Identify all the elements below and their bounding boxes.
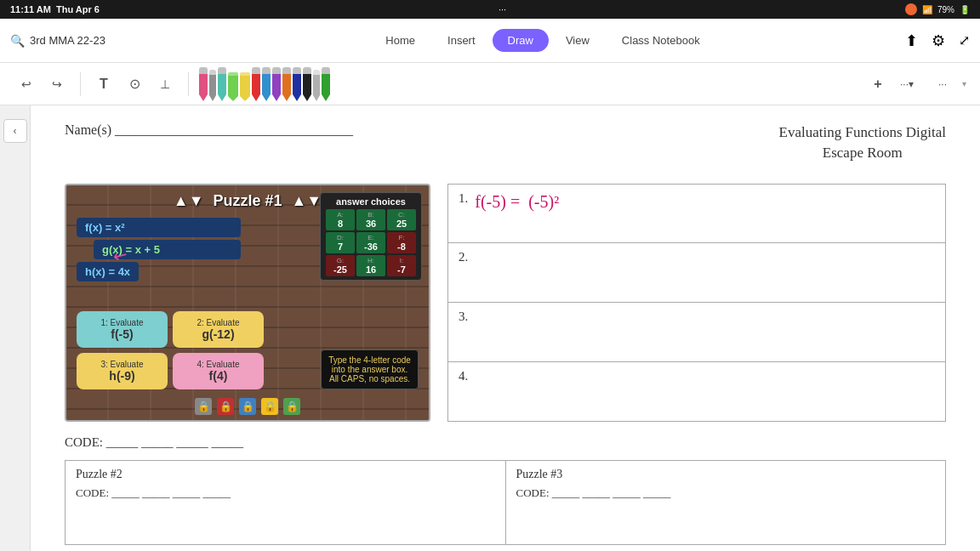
expand-icon[interactable]: ⤢ <box>959 32 970 48</box>
answer-cell-F: F:-8 <box>387 232 416 253</box>
nav-tabs: Home Insert Draw View Class Notebook <box>197 29 888 52</box>
code-instruction-box: Type the 4-letter code into the answer b… <box>321 349 419 389</box>
evaluate-buttons: 1: Evaluate f(-5) 2: Evaluate g(-12) 3: … <box>77 311 264 389</box>
puzzle-title: ▲▼ Puzzle #1 ▲▼ <box>174 192 322 210</box>
code-line: CODE: _____ _____ _____ _____ <box>65 435 946 450</box>
bottom-puzzles: Puzzle #2 CODE: _____ _____ _____ _____ … <box>65 460 946 545</box>
sidebar-toggle-area: ‹ <box>0 105 31 551</box>
puzzle-section: ▲▼ Puzzle #1 ▲▼ f(x) = x² g(x) = x + 5 h… <box>65 184 946 422</box>
nav-bar: 🔍 3rd MMA 22-23 Home Insert Draw View Cl… <box>0 19 980 63</box>
answer-cell-G: G:-25 <box>326 255 355 276</box>
lock-3: 🔒 <box>239 398 256 415</box>
doc-title: Evaluating Functions DigitalEscape Room <box>779 122 946 163</box>
toolbar: ↩ ↪ T ⊙ ⊥ <box>0 63 980 105</box>
pen-dark-blue[interactable] <box>293 67 301 101</box>
undo-button[interactable]: ↩ <box>14 71 39 97</box>
puzzle-3-code: CODE: _____ _____ _____ _____ <box>516 486 936 500</box>
hx-box: h(x) = 4x <box>77 262 139 281</box>
status-time: 11:11 AM Thu Apr 6 <box>10 4 100 14</box>
record-indicator <box>905 3 917 15</box>
answer-row-2: 2. <box>448 243 945 303</box>
battery-percentage: 79% <box>937 5 954 14</box>
pen-gray[interactable] <box>209 70 216 101</box>
answer-cell-B: B:36 <box>356 209 385 230</box>
search-area[interactable]: 🔍 3rd MMA 22-23 <box>10 34 180 48</box>
answer-panel-title: answer choices <box>326 196 416 207</box>
pen-orange[interactable] <box>282 67 291 101</box>
share-icon[interactable]: ⬆ <box>905 31 918 50</box>
undo-redo-group: ↩ ↪ <box>14 71 70 97</box>
puzzle-3-box: Puzzle #3 CODE: _____ _____ _____ _____ <box>506 461 946 544</box>
answer-choices-panel: answer choices A:8 B:36 C:25 D:7 E:-36 F… <box>320 192 422 281</box>
pen-yellow-highlight[interactable] <box>240 72 250 101</box>
eval-btn-4: 4: Evaluate f(4) <box>173 353 264 389</box>
answer-cell-E: E:-36 <box>356 232 385 253</box>
pen-pink[interactable] <box>199 67 208 101</box>
answer-row-1: 1. f(-5) = (-5)² <box>448 185 945 244</box>
tab-view[interactable]: View <box>550 29 605 52</box>
overflow-button[interactable]: ··· <box>930 71 955 97</box>
text-tools-group: T ⊙ ⊥ <box>91 71 178 97</box>
status-right: 📶 79% 🔋 <box>905 3 970 15</box>
pen-green[interactable] <box>322 67 330 101</box>
content-area: ‹ Name(s) ______________________________… <box>0 105 980 551</box>
puzzle-image: ▲▼ Puzzle #1 ▲▼ f(x) = x² g(x) = x + 5 h… <box>65 184 430 422</box>
text-tool-button[interactable]: T <box>91 71 117 97</box>
doc-header: Name(s) ________________________________… <box>65 122 946 163</box>
status-center-dots: ··· <box>499 4 506 14</box>
answer-num-1: 1. <box>459 191 468 206</box>
tab-draw[interactable]: Draw <box>493 29 549 52</box>
lock-2: 🔒 <box>217 398 234 415</box>
battery-icon: 🔋 <box>960 5 970 14</box>
page-content: Name(s) ________________________________… <box>31 105 980 551</box>
pen-tools-group <box>199 67 855 101</box>
answer-num-3: 3. <box>459 310 468 324</box>
answer-row-4: 4. <box>448 362 945 421</box>
puzzle-2-title: Puzzle #2 <box>76 468 495 481</box>
lasso-tool-button[interactable]: ⊙ <box>122 71 147 97</box>
tab-insert[interactable]: Insert <box>432 29 491 52</box>
toolbar-separator-1 <box>80 72 81 96</box>
more-pens-button[interactable]: ···▾ <box>894 71 920 97</box>
answer-row-3: 3. <box>448 303 945 362</box>
locks-row: 🔒 🔒 🔒 🔒 🔒 <box>195 398 300 415</box>
status-bar: 11:11 AM Thu Apr 6 ··· 📶 79% 🔋 <box>0 0 980 19</box>
pen-red[interactable] <box>252 67 260 101</box>
search-text: 3rd MMA 22-23 <box>30 34 105 47</box>
settings-icon[interactable]: ⚙ <box>932 31 945 50</box>
eval-btn-1: 1: Evaluate f(-5) <box>77 311 168 348</box>
puzzle-3-title: Puzzle #3 <box>516 468 936 481</box>
pen-teal[interactable] <box>218 67 226 101</box>
answer-cell-H: H:16 <box>356 255 385 276</box>
add-pen-button[interactable]: + <box>865 71 891 97</box>
nav-right: ⬆ ⚙ ⤢ <box>905 31 970 50</box>
pen-blue[interactable] <box>262 67 271 101</box>
lock-5: 🔒 <box>283 398 300 415</box>
answer-cell-A: A:8 <box>326 209 355 230</box>
sidebar-toggle-button[interactable]: ‹ <box>3 119 27 143</box>
answer-num-4: 4. <box>459 369 468 383</box>
lock-4: 🔒 <box>261 398 278 415</box>
eval-btn-3: 3: Evaluate h(-9) <box>77 353 168 389</box>
tab-home[interactable]: Home <box>370 29 430 52</box>
answer-grid: A:8 B:36 C:25 D:7 E:-36 F:-8 G:-25 H:16 … <box>326 209 416 276</box>
answer-boxes: 1. f(-5) = (-5)² 2. 3. 4. <box>447 184 946 422</box>
tab-class-notebook[interactable]: Class Notebook <box>607 29 715 52</box>
search-icon: 🔍 <box>10 34 25 48</box>
eraser-tool-button[interactable]: ⊥ <box>152 71 178 97</box>
toolbar-separator-2 <box>188 72 189 96</box>
pen-light-gray[interactable] <box>313 70 320 101</box>
answer-content-1: f(-5) = (-5)² <box>475 191 559 212</box>
answer-num-2: 2. <box>459 250 468 264</box>
redo-button[interactable]: ↪ <box>44 71 70 97</box>
puzzle-2-code: CODE: _____ _____ _____ _____ <box>76 486 495 500</box>
answer-cell-I: I:-7 <box>387 255 416 276</box>
function-boxes: f(x) = x² g(x) = x + 5 h(x) = 4x <box>77 218 241 281</box>
pen-black[interactable] <box>303 67 311 101</box>
wifi-icon: 📶 <box>922 5 932 14</box>
pen-green-highlight[interactable] <box>228 72 238 101</box>
puzzle-2-box: Puzzle #2 CODE: _____ _____ _____ _____ <box>66 461 506 544</box>
name-line: Name(s) ________________________________… <box>65 122 353 138</box>
answer-cell-C: C:25 <box>387 209 416 230</box>
pen-purple[interactable] <box>272 67 281 101</box>
